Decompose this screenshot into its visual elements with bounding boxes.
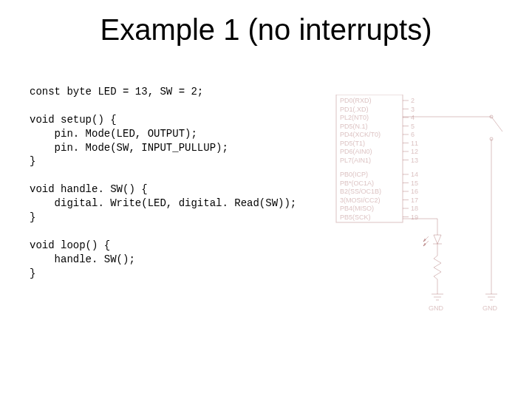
- pin-number: 19: [411, 214, 418, 221]
- pin-number: 12: [411, 148, 418, 155]
- pin-label: B2(SS/OC1B): [340, 188, 381, 195]
- pin-number: 4: [411, 114, 415, 121]
- code-block: const byte LED = 13, SW = 2; void setup(…: [30, 85, 296, 280]
- pin-label: PB4(MISO): [340, 205, 374, 212]
- pin-label: PD5(T1): [340, 140, 365, 147]
- pin-number: 14: [411, 171, 418, 178]
- pin-number: 11: [411, 140, 418, 147]
- slide-title: Example 1 (no interrupts): [0, 13, 532, 47]
- pin-label: PD5(N.1): [340, 123, 368, 130]
- pin-label: PD0(RXD): [340, 97, 372, 104]
- pin-label: PB*(OC1A): [340, 180, 374, 187]
- pin-number: 15: [411, 180, 418, 187]
- pin-label: PB0(ICP): [340, 171, 368, 178]
- pin-number: 16: [411, 188, 418, 195]
- svg-marker-22: [434, 235, 441, 244]
- pin-number: 18: [411, 205, 418, 212]
- pin-label: PB5(SCK): [340, 214, 371, 221]
- pin-label: PL7(AIN1): [340, 157, 371, 164]
- pin-number: 13: [411, 157, 418, 164]
- pin-label: PD4(XCK/T0): [340, 131, 381, 138]
- schematic-diagram: PD0(RXD)2PD1(.XD)3PL2(NT0)4PD5(N.1)5PD4(…: [332, 95, 517, 331]
- pin-number: 2: [411, 97, 415, 104]
- pin-label: PD6(AIN0): [340, 148, 372, 155]
- pin-label: 3(MOSI/CC2): [340, 197, 381, 204]
- pin-number: 6: [411, 131, 415, 138]
- gnd-label-left: GND: [429, 304, 444, 312]
- pin-label: PD1(.XD): [340, 106, 369, 113]
- pin-number: 17: [411, 197, 418, 204]
- pin-label: PL2(NT0): [340, 114, 369, 121]
- pin-number: 3: [411, 106, 415, 113]
- pin-number: 5: [411, 123, 415, 130]
- svg-marker-27: [423, 243, 426, 246]
- gnd-label-right: GND: [482, 304, 498, 312]
- svg-marker-25: [423, 239, 426, 242]
- svg-line-17: [491, 117, 502, 132]
